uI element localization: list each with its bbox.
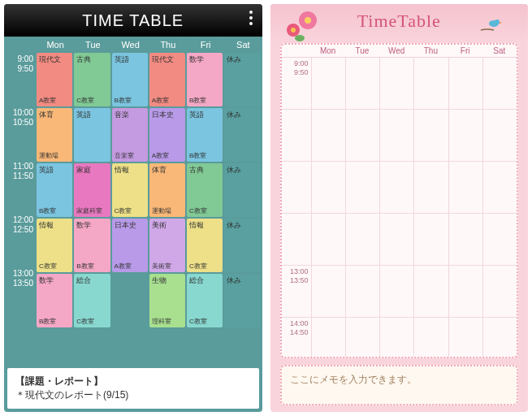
day-header-row: Mon Tue Wed Thu Fri Sat bbox=[282, 45, 517, 58]
day-header: Wed bbox=[112, 40, 149, 50]
class-cell[interactable] bbox=[311, 318, 345, 358]
class-cell[interactable] bbox=[413, 214, 448, 266]
class-cell[interactable] bbox=[379, 266, 413, 318]
day-header: Mon bbox=[37, 40, 74, 50]
class-cell[interactable] bbox=[345, 318, 379, 358]
class-cell[interactable] bbox=[379, 162, 413, 214]
menu-dots-icon[interactable] bbox=[249, 11, 253, 25]
class-cell[interactable]: 家庭家庭科室 bbox=[74, 163, 110, 217]
class-cell[interactable]: 体育運動場 bbox=[149, 163, 185, 217]
timetable-panel: Mon Tue Wed Thu Fri Sat 9:009:5013:0013:… bbox=[280, 43, 519, 358]
class-cell[interactable] bbox=[482, 318, 517, 358]
class-cell[interactable] bbox=[482, 58, 517, 110]
class-cell[interactable]: 音楽音楽室 bbox=[112, 108, 148, 162]
svg-point-6 bbox=[495, 20, 500, 24]
class-cell[interactable]: 生物理科室 bbox=[149, 274, 185, 327]
class-cell[interactable]: 数学B教室 bbox=[187, 53, 223, 106]
class-cell[interactable]: 日本史A教室 bbox=[112, 219, 148, 272]
class-cell[interactable] bbox=[482, 266, 517, 318]
class-cell[interactable]: 休み bbox=[224, 53, 260, 106]
class-cell[interactable]: 英語B教室 bbox=[187, 108, 223, 162]
class-cell[interactable] bbox=[379, 318, 413, 358]
class-cell[interactable]: 美術美術室 bbox=[149, 219, 185, 272]
app-title: TimeTable bbox=[357, 11, 441, 32]
class-cell[interactable] bbox=[448, 110, 482, 162]
class-cell[interactable] bbox=[413, 266, 448, 318]
class-cell[interactable] bbox=[311, 110, 345, 162]
class-cell[interactable]: 総合C教室 bbox=[74, 274, 110, 327]
class-cell[interactable]: 体育運動場 bbox=[37, 108, 72, 162]
class-cell[interactable] bbox=[448, 162, 482, 214]
class-cell[interactable] bbox=[413, 162, 448, 214]
class-cell[interactable] bbox=[311, 162, 345, 214]
memo-box[interactable]: ここにメモを入力できます。 bbox=[280, 365, 519, 405]
class-cell[interactable]: 英語B教室 bbox=[112, 53, 148, 106]
class-cell[interactable] bbox=[448, 58, 482, 110]
class-cell[interactable] bbox=[448, 266, 482, 318]
class-cell[interactable]: 現代文A教室 bbox=[37, 53, 72, 106]
memo-placeholder: ここにメモを入力できます。 bbox=[290, 374, 417, 385]
class-cell[interactable]: 古典C教室 bbox=[187, 163, 223, 217]
header: TIME TABLE bbox=[4, 4, 262, 37]
memo-box[interactable]: 【課題・レポート】 ＊現代文のレポート(9/15) bbox=[7, 368, 259, 409]
class-cell[interactable]: 古典C教室 bbox=[74, 53, 110, 106]
class-cell[interactable] bbox=[413, 318, 448, 358]
class-cell[interactable] bbox=[345, 266, 379, 318]
app-title: TIME TABLE bbox=[82, 11, 184, 30]
svg-point-3 bbox=[305, 17, 311, 24]
class-cell[interactable]: 休み bbox=[224, 163, 260, 217]
class-cell[interactable] bbox=[311, 214, 345, 266]
class-cell[interactable] bbox=[482, 214, 517, 266]
class-cell[interactable]: 情報C教室 bbox=[187, 219, 223, 272]
class-cell[interactable]: 情報C教室 bbox=[112, 163, 148, 217]
class-cell[interactable] bbox=[311, 266, 345, 318]
class-cell[interactable] bbox=[379, 214, 413, 266]
class-cell[interactable]: 休み bbox=[224, 219, 260, 272]
day-header: Sat bbox=[482, 46, 517, 55]
day-header: Fri bbox=[187, 40, 224, 50]
class-cell[interactable] bbox=[345, 214, 379, 266]
day-header: Thu bbox=[149, 40, 187, 50]
class-cell[interactable]: 休み bbox=[224, 274, 260, 327]
class-cell[interactable] bbox=[112, 274, 148, 327]
class-cell[interactable] bbox=[345, 58, 379, 110]
bird-icon bbox=[479, 15, 504, 33]
class-cell[interactable] bbox=[345, 162, 379, 214]
time-slot bbox=[282, 110, 311, 162]
timetable-body: 9:009:5010:0010:5011:0011:5012:0012:5013… bbox=[4, 53, 262, 365]
class-cell[interactable]: 英語B教室 bbox=[37, 163, 72, 217]
time-column: 9:009:5013:0013:5014:0014:50 bbox=[282, 58, 311, 358]
class-cell[interactable] bbox=[482, 162, 517, 214]
timetable-grid: 現代文A教室古典C教室英語B教室現代文A教室数学B教室休み体育運動場英語音楽音楽… bbox=[37, 53, 262, 365]
phone-dark: TIME TABLE Mon Tue Wed Thu Fri Sat 9:009… bbox=[4, 4, 262, 412]
class-cell[interactable]: 現代文A教室 bbox=[149, 53, 185, 106]
class-cell[interactable] bbox=[482, 110, 517, 162]
class-cell[interactable]: 数学B教室 bbox=[74, 219, 110, 272]
memo-body: ＊現代文のレポート(9/15) bbox=[15, 388, 251, 402]
class-cell[interactable]: 総合C教室 bbox=[187, 274, 223, 327]
class-cell[interactable] bbox=[379, 58, 413, 110]
day-header: Fri bbox=[448, 46, 482, 55]
class-cell[interactable]: 数学B教室 bbox=[37, 274, 72, 327]
time-slot: 9:009:50 bbox=[282, 58, 311, 110]
class-cell[interactable] bbox=[413, 58, 448, 110]
timetable-grid bbox=[311, 58, 517, 358]
time-column: 9:009:5010:0010:5011:0011:5012:0012:5013… bbox=[4, 53, 37, 365]
header: TimeTable bbox=[270, 4, 529, 43]
svg-point-4 bbox=[295, 35, 305, 41]
class-cell[interactable] bbox=[311, 58, 345, 110]
class-cell[interactable]: 休み bbox=[224, 108, 260, 162]
day-header: Tue bbox=[345, 46, 379, 55]
class-cell[interactable]: 日本史A教室 bbox=[149, 108, 185, 162]
class-cell[interactable]: 英語 bbox=[74, 108, 110, 162]
class-cell[interactable] bbox=[413, 110, 448, 162]
svg-marker-7 bbox=[500, 22, 502, 24]
class-cell[interactable] bbox=[448, 214, 482, 266]
class-cell[interactable] bbox=[345, 110, 379, 162]
phone-pink: TimeTable Mon Tue Wed Thu Fri Sat 9:009:… bbox=[270, 4, 529, 412]
class-cell[interactable] bbox=[448, 318, 482, 358]
day-header: Thu bbox=[413, 46, 448, 55]
class-cell[interactable] bbox=[379, 110, 413, 162]
time-slot: 13:0013:50 bbox=[4, 267, 37, 321]
class-cell[interactable]: 情報C教室 bbox=[37, 219, 72, 272]
